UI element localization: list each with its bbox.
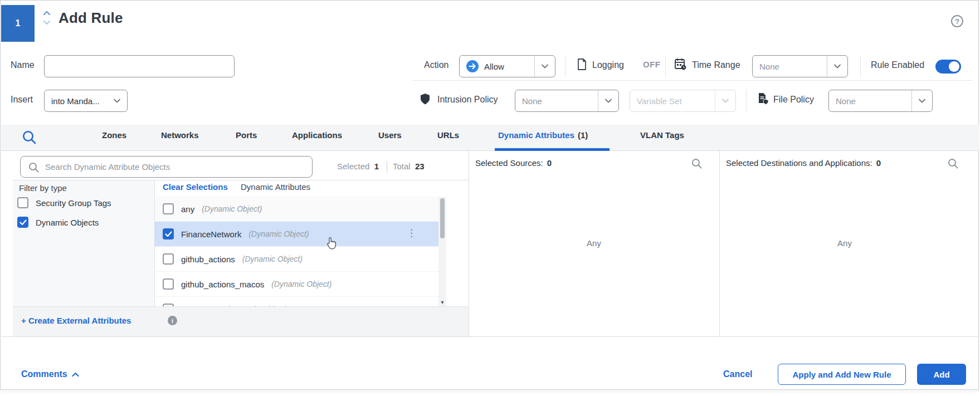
filter-option-security-group-tags[interactable]: Security Group Tags [17, 197, 111, 208]
search-icon[interactable] [691, 158, 702, 169]
search-icon [28, 162, 39, 173]
divider [413, 80, 973, 81]
add-rule-dialog: 1 Add Rule ? Name Action Allow Logging O… [0, 0, 979, 390]
attribute-list: any(Dynamic Object)FinanceNetwork(Dynami… [155, 197, 438, 306]
time-range-select[interactable]: None [752, 55, 848, 77]
file-policy-icon [758, 92, 768, 105]
checkbox-unchecked[interactable] [163, 203, 174, 214]
attribute-type: (Dynamic Object) [242, 255, 303, 263]
comments-label: Comments [21, 369, 67, 379]
attribute-search-input[interactable] [45, 162, 306, 172]
intrusion-policy-value: None [522, 96, 542, 106]
search-icon[interactable] [22, 130, 37, 145]
checkbox-unchecked[interactable] [17, 197, 28, 208]
list-item-github-actions[interactable]: github_actions(Dynamic Object) [155, 247, 438, 272]
create-external-attributes-link[interactable]: + Create External Attributes [21, 316, 131, 325]
divider [387, 161, 387, 173]
list-item-any[interactable]: any(Dynamic Object) [155, 197, 438, 222]
move-rule-down-icon[interactable] [42, 19, 52, 26]
tab-applications[interactable]: Applications [292, 130, 342, 140]
rule-enabled-label: Rule Enabled [871, 60, 924, 70]
tab-ports[interactable]: Ports [236, 130, 257, 140]
action-value: Allow [484, 62, 504, 71]
logging-icon [577, 58, 587, 70]
kebab-menu-icon[interactable]: ⋮ [407, 228, 416, 238]
chevron-down-icon [911, 90, 932, 111]
tab-users[interactable]: Users [378, 130, 402, 140]
insert-value: into Manda... [51, 96, 100, 106]
attribute-name: any [181, 204, 194, 214]
attribute-name: github_actions [181, 255, 235, 264]
variable-set-placeholder: Variable Set [637, 96, 682, 106]
divider [746, 90, 747, 112]
filter-option-label: Security Group Tags [36, 198, 111, 208]
attribute-type: (Dynamic Object) [202, 204, 262, 213]
list-item-github-api[interactable]: github_api(Dynamic Object) [155, 297, 438, 306]
chevron-down-icon [598, 90, 618, 111]
selected-sources-header: Selected Sources:0 [475, 158, 552, 168]
divider [860, 55, 861, 77]
tab-count-badge: (1) [578, 130, 588, 140]
filter-by-type-panel: Filter by type Security Group TagsDynami… [13, 180, 155, 306]
checkbox-unchecked[interactable] [163, 278, 174, 290]
action-select[interactable]: Allow [459, 55, 555, 77]
attribute-name: github_actions_macos [181, 280, 264, 289]
divider [1, 336, 979, 337]
tab-dynamic-attributes[interactable]: Dynamic Attributes(1) [498, 130, 588, 140]
selected-count: Selected 1 [337, 162, 379, 171]
sources-empty-value: Any [469, 238, 719, 248]
destinations-empty-value: Any [719, 238, 970, 248]
add-button[interactable]: Add [917, 364, 966, 385]
info-icon[interactable]: i [168, 316, 177, 325]
tab-vlan-tags[interactable]: VLAN Tags [640, 130, 684, 140]
tab-networks[interactable]: Networks [161, 130, 199, 140]
intrusion-policy-shield-icon [421, 94, 430, 105]
attribute-name: FinanceNetwork [181, 229, 241, 239]
filter-option-dynamic-objects[interactable]: Dynamic Objects [17, 217, 99, 228]
cancel-button[interactable]: Cancel [723, 369, 752, 379]
attribute-type: (Dynamic Object) [248, 229, 309, 238]
checkbox-checked[interactable] [163, 228, 174, 239]
name-label: Name [11, 60, 35, 70]
logging-label: Logging [592, 60, 624, 70]
move-rule-up-icon[interactable] [42, 9, 52, 17]
search-icon[interactable] [948, 158, 958, 169]
allow-action-icon [466, 60, 479, 72]
help-icon[interactable]: ? [951, 15, 963, 27]
toggle-knob [949, 61, 959, 72]
rule-enabled-toggle[interactable] [935, 60, 961, 74]
variable-set-select[interactable]: Variable Set [630, 90, 736, 112]
clear-selections-link[interactable]: Clear Selections [163, 182, 228, 192]
rule-number-badge: 1 [1, 5, 35, 42]
file-policy-select[interactable]: None [828, 90, 933, 112]
chevron-down-icon [827, 56, 847, 77]
list-scrollbar[interactable]: ▼ [438, 197, 446, 306]
action-label: Action [424, 60, 448, 70]
apply-and-add-new-rule-button[interactable]: Apply and Add New Rule [778, 364, 906, 385]
intrusion-policy-select[interactable]: None [515, 90, 619, 112]
comments-toggle[interactable]: Comments [21, 369, 79, 379]
file-policy-label: File Policy [773, 95, 814, 105]
name-input[interactable] [44, 55, 235, 77]
insert-select[interactable]: into Manda... [44, 90, 128, 112]
criteria-tab-bar: ZonesNetworksPortsApplicationsUsersURLsD… [1, 125, 979, 151]
list-title: Dynamic Attributes [241, 182, 310, 192]
tab-zones[interactable]: Zones [102, 130, 126, 140]
attribute-search[interactable] [20, 156, 313, 178]
list-item-financenetwork[interactable]: FinanceNetwork(Dynamic Object)⋮ [155, 222, 438, 247]
filter-option-label: Dynamic Objects [36, 218, 99, 227]
chevron-down-icon [715, 90, 735, 111]
selected-destinations-header: Selected Destinations and Applications:0 [726, 158, 881, 168]
checkbox-checked[interactable] [17, 217, 28, 228]
scrollbar-thumb[interactable] [440, 198, 445, 238]
divider [565, 55, 565, 77]
time-range-value: None [759, 62, 779, 71]
chevron-up-icon [72, 372, 79, 377]
filter-title: Filter by type [19, 183, 67, 193]
intrusion-policy-label: Intrusion Policy [437, 95, 498, 105]
tab-urls[interactable]: URLs [437, 130, 459, 140]
scrollbar-down-arrow[interactable]: ▼ [438, 300, 446, 305]
list-item-github-actions-macos[interactable]: github_actions_macos(Dynamic Object) [155, 272, 438, 297]
checkbox-unchecked[interactable] [163, 253, 174, 265]
active-tab-underline [495, 148, 610, 151]
